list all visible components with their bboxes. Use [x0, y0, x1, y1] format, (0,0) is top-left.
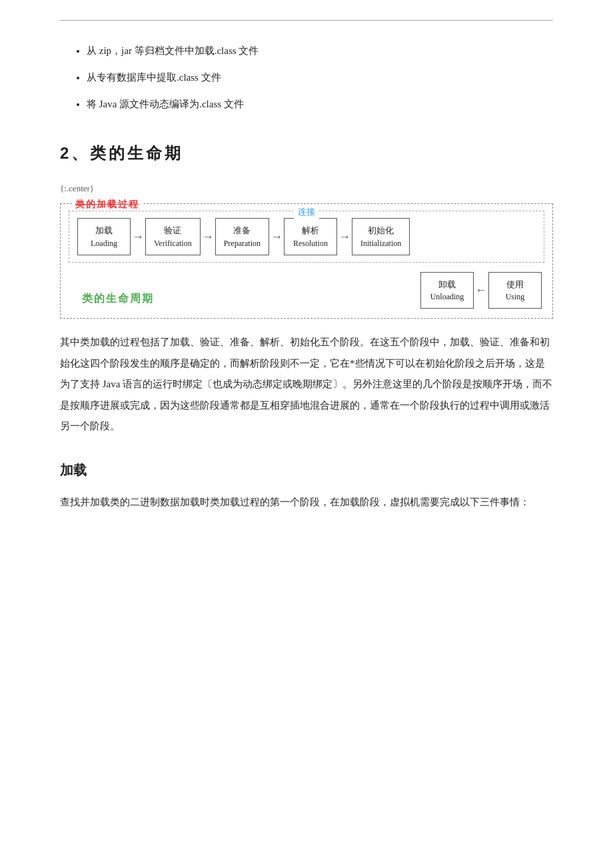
flow-zh-unload: 卸载 — [429, 278, 465, 291]
top-divider — [60, 20, 553, 21]
list-item: 从 zip，jar 等归档文件中加载.class 文件 — [87, 41, 553, 61]
flow-en-3: Resolution — [293, 237, 328, 249]
flow-box-verification: 验证 Verification — [145, 218, 201, 255]
sub-section-loading: 加载 — [60, 457, 553, 483]
section2-title: 2、类的生命期 — [60, 138, 553, 169]
flow-en-2: Preparation — [224, 237, 261, 249]
inner-dashed-label: 连接 — [294, 204, 319, 221]
bottom-boxes: 卸载 Unloading ← 使用 Using — [420, 272, 542, 309]
flow-zh-1: 验证 — [154, 224, 192, 237]
flow-box-using: 使用 Using — [488, 272, 542, 309]
bullet-list: 从 zip，jar 等归档文件中加载.class 文件 从专有数据库中提取.cl… — [87, 41, 553, 114]
center-tag: {:.center} — [60, 181, 553, 197]
outer-dashed-box: 类的加载过程 连接 加载 Loading → 验证 Verification → — [60, 203, 553, 319]
flow-zh-3: 解析 — [293, 224, 328, 237]
flow-box-loading: 加载 Loading — [77, 218, 131, 255]
arrow-2: → — [202, 225, 214, 248]
flow-en-4: Initialization — [360, 237, 401, 249]
flow-en-1: Verification — [154, 237, 192, 249]
back-arrow: ← — [475, 279, 487, 301]
arrow-3: → — [271, 225, 283, 248]
flow-zh-using: 使用 — [497, 278, 533, 291]
list-item: 从专有数据库中提取.class 文件 — [87, 67, 553, 87]
flow-box-unloading: 卸载 Unloading — [420, 272, 474, 309]
flow-en-unload: Unloading — [429, 291, 465, 303]
flow-en-using: Using — [497, 291, 533, 303]
flow-box-preparation: 准备 Preparation — [215, 218, 269, 255]
bottom-row: 类的生命周期 卸载 Unloading ← 使用 Using — [69, 272, 544, 309]
flow-en-0: Loading — [86, 237, 122, 249]
flow-zh-4: 初始化 — [360, 224, 401, 237]
list-item: 将 Java 源文件动态编译为.class 文件 — [87, 94, 553, 114]
arrow-1: → — [132, 225, 144, 248]
page-container: 从 zip，jar 等归档文件中加载.class 文件 从专有数据库中提取.cl… — [20, 0, 593, 565]
arrow-4: → — [338, 225, 350, 248]
lifecycle-diagram: 类的加载过程 连接 加载 Loading → 验证 Verification → — [60, 203, 553, 319]
lifecycle-label: 类的生命周期 — [82, 289, 154, 309]
flow-box-resolution: 解析 Resolution — [284, 218, 337, 255]
flow-zh-2: 准备 — [224, 224, 261, 237]
flow-box-initialization: 初始化 Initialization — [352, 218, 410, 255]
inner-dashed-box: 连接 加载 Loading → 验证 Verification → 准备 Pre… — [69, 211, 544, 263]
flow-zh-0: 加载 — [86, 224, 122, 237]
loading-para1: 查找并加载类的二进制数据加载时类加载过程的第一个阶段，在加载阶段，虚拟机需要完成… — [60, 492, 553, 513]
para1: 其中类加载的过程包括了加载、验证、准备、解析、初始化五个阶段。在这五个阶段中，加… — [60, 332, 553, 437]
